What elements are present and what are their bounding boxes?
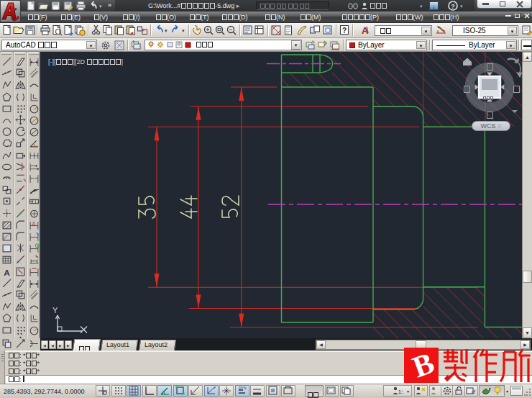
svg-text:1:1: 1:1 — [398, 389, 403, 394]
svg-text:?: ? — [342, 27, 347, 35]
svg-text:Y: Y — [52, 306, 58, 315]
svg-text:A: A — [32, 221, 36, 226]
svg-text:?: ? — [451, 3, 455, 10]
svg-text:A: A — [4, 268, 10, 277]
svg-text:DYN: DYN — [239, 386, 247, 390]
